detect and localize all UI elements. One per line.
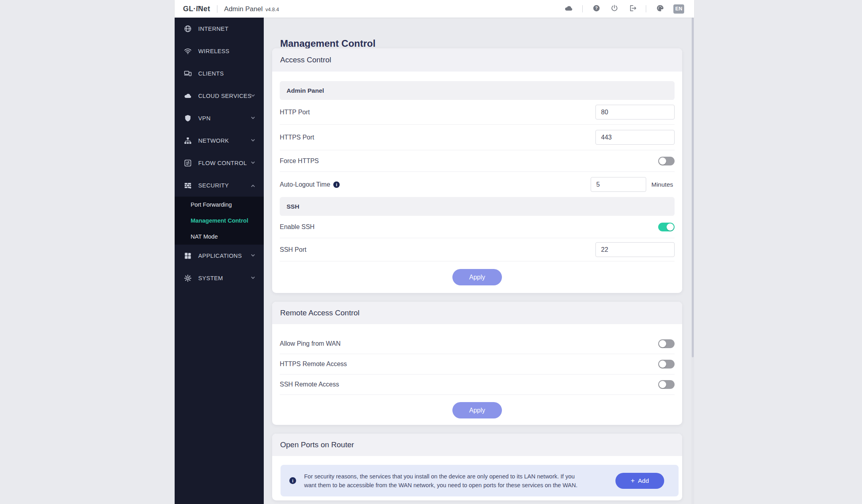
chevron-up-icon [251,182,255,189]
https-port-input[interactable] [595,130,675,145]
logout-button[interactable] [628,4,637,13]
reboot-button[interactable] [610,4,619,13]
globe-icon [184,25,192,33]
theme-button[interactable] [655,4,664,13]
apps-grid-icon [184,252,192,260]
access-control-apply-button[interactable]: Apply [452,269,502,285]
minutes-unit-label: Minutes [651,181,675,188]
sidebar-item-label: VPN [198,115,211,122]
logo-text: GL·iNet [183,5,210,13]
app-title: Admin Panel [224,5,263,13]
remote-access-apply-button[interactable]: Apply [452,402,502,418]
remote-access-card-header: Remote Access Control [272,302,682,324]
info-icon[interactable]: i [333,181,340,188]
toggle-knob [667,223,674,231]
enable-ssh-row: Enable SSH [280,216,675,238]
card-title: Remote Access Control [280,309,360,317]
sidebar-item-label: SECURITY [198,182,229,189]
auto-logout-input[interactable] [591,177,646,192]
logout-icon [628,4,637,14]
sidebar-item-label: WIRELESS [198,48,229,54]
shield-icon [184,114,192,122]
sidebar-item-internet[interactable]: INTERNET [175,18,264,40]
sidebar-item-nat-mode[interactable]: NAT Mode [175,229,264,245]
apply-zone: Apply [280,402,675,418]
sidebar-item-label: FLOW CONTROL [198,160,247,166]
http-port-row: HTTP Port [280,100,675,125]
access-control-form: Admin Panel HTTP Port HTTPS Port Force H… [280,81,675,285]
sidebar-item-label: NETWORK [198,137,229,144]
brand-divider [217,5,217,13]
header-divider [582,5,583,12]
sidebar-item-network[interactable]: NETWORK [175,129,264,152]
sidebar-item-system[interactable]: SYSTEM [175,267,264,289]
sidebar-item-vpn[interactable]: VPN [175,107,264,129]
chevron-down-icon [251,252,255,259]
https-remote-toggle[interactable] [658,360,675,369]
add-button[interactable]: + Add [615,473,664,489]
force-https-label: Force HTTPS [280,157,319,165]
allow-ping-label: Allow Ping from WAN [280,340,340,347]
force-https-toggle[interactable] [658,157,675,165]
app-version: v4.8.4 [265,7,279,12]
top-header: GL·iNet Admin Panel v4.8.4 ? [175,0,694,18]
palette-icon [656,4,664,14]
http-port-label: HTTP Port [280,109,310,116]
toggle-knob [659,157,666,165]
chevron-down-icon [251,137,255,144]
sidebar-item-applications[interactable]: APPLICATIONS [175,245,264,267]
glinet-logo: GL·iNet [183,5,210,13]
admin-panel-section-header: Admin Panel [280,81,675,100]
sidebar-item-security[interactable]: SECURITY [175,174,264,197]
remote-access-form: Allow Ping from WAN HTTPS Remote Access … [280,324,675,418]
https-remote-row: HTTPS Remote Access [280,354,675,375]
language-selector[interactable]: EN [673,4,684,14]
scrollbar-thumb[interactable] [692,18,694,357]
ssh-port-input[interactable] [595,242,675,257]
enable-ssh-toggle[interactable] [658,223,675,231]
sidebar-item-management-control[interactable]: Management Control [175,213,264,229]
sidebar-item-wireless[interactable]: WIRELESS [175,40,264,62]
plus-icon: + [631,477,635,485]
content-scrollbar [691,18,694,504]
brand: GL·iNet Admin Panel v4.8.4 [175,5,279,13]
card-title: Access Control [280,56,331,64]
ssh-remote-toggle[interactable] [658,380,675,389]
https-port-row: HTTPS Port [280,125,675,150]
sidebar-item-flow-control[interactable]: FLOW CONTROL [175,152,264,174]
sidebar-item-label: INTERNET [198,26,229,32]
flow-arrows-icon [184,159,192,167]
https-port-label: HTTPS Port [280,134,314,141]
sidebar-item-label: CLOUD SERVICES [198,93,251,99]
sidebar-item-label: SYSTEM [198,275,223,281]
ssh-section-header: SSH [280,197,675,216]
help-button[interactable]: ? [592,4,601,13]
chevron-down-icon [251,275,255,282]
chevron-down-icon [251,159,255,167]
help-icon: ? [592,4,601,14]
header-divider [646,5,646,12]
info-alert: i For security reasons, the services tha… [281,465,679,496]
access-control-card: Access Control Admin Panel HTTP Port HTT… [272,48,682,293]
wifi-icon [184,47,192,55]
sidebar-item-cloud-services[interactable]: CLOUD SERVICES [175,85,264,107]
sidebar-item-label: CLIENTS [198,70,224,77]
ssh-port-label: SSH Port [280,246,307,253]
power-icon [610,4,619,14]
toggle-knob [659,340,666,347]
apply-zone: Apply [280,269,675,285]
sidebar-nav: INTERNET WIRELESS CLIENTS CLOUD SERVICES [175,18,264,504]
ssh-remote-label: SSH Remote Access [280,381,339,388]
http-port-input[interactable] [595,105,675,120]
cloud-sync-button[interactable] [564,4,573,13]
alert-text: For security reasons, the services that … [304,472,584,490]
ssh-remote-row: SSH Remote Access [280,375,675,395]
page-title: Management Control [280,38,376,49]
security-submenu: Port Forwarding Management Control NAT M… [175,197,264,245]
sidebar-item-clients[interactable]: CLIENTS [175,62,264,85]
cloud-icon [564,4,573,14]
enable-ssh-label: Enable SSH [280,223,315,231]
toggle-knob [659,381,666,388]
allow-ping-toggle[interactable] [658,339,675,348]
sidebar-item-port-forwarding[interactable]: Port Forwarding [175,197,264,213]
